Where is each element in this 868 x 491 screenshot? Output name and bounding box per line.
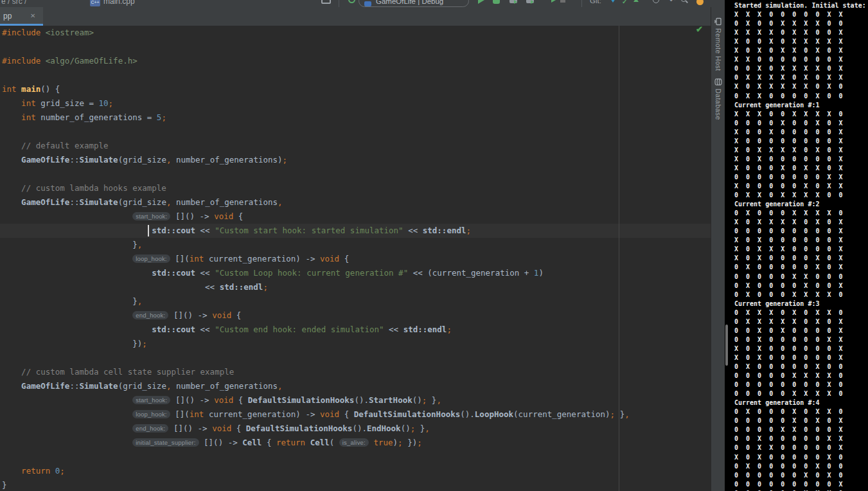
inlay-hint: start_hook: xyxy=(132,212,170,220)
run-coverage-icon[interactable] xyxy=(509,0,517,3)
inlay-hint: loop_hook: xyxy=(132,410,170,418)
code-line[interactable]: loop_hook: [](int current_generation) ->… xyxy=(2,407,630,422)
git-push-icon[interactable] xyxy=(633,0,639,2)
code-line[interactable]: return 0; xyxy=(2,464,65,478)
active-tab-underline xyxy=(0,24,43,26)
terminal-grid-row: X 0 X X X X X 0 X 0 xyxy=(734,82,843,91)
terminal-grid-row: 0 0 X 0 0 0 0 0 X X xyxy=(734,335,843,344)
code-line[interactable]: << std::endl; xyxy=(2,280,268,294)
search-everywhere-icon[interactable] xyxy=(681,0,686,2)
stop-icon[interactable] xyxy=(560,0,565,3)
code-line[interactable]: std::cout << "Custom Loop hook: current … xyxy=(2,266,544,280)
tab-close-icon[interactable]: ✕ xyxy=(30,12,35,19)
terminal-grid-row: 0 0 0 0 0 0 X 0 X 0 xyxy=(734,471,843,480)
terminal-grid-row: X 0 X X X X 0 X 0 X xyxy=(734,146,843,155)
code-line[interactable]: GameOfLife::Simulate(grid_size, number_o… xyxy=(2,379,283,393)
build-icon[interactable] xyxy=(348,0,355,3)
terminal-grid-row: 0 X X 0 X X X X 0 0 xyxy=(734,191,843,200)
terminal-text-line: Current generation #:2 xyxy=(734,200,819,209)
run-icon[interactable] xyxy=(478,0,484,4)
inlay-hint: end_hook: xyxy=(132,424,168,433)
terminal-scrollbar-thumb[interactable] xyxy=(725,325,728,366)
toolwindows-icon[interactable] xyxy=(321,0,331,4)
git-commit-icon[interactable]: ✓ xyxy=(622,0,627,5)
code-line[interactable]: }, xyxy=(2,294,142,308)
terminal-grid-row: 0 0 0 0 0 0 0 0 X X xyxy=(734,173,843,182)
rollback-icon[interactable]: ↶ xyxy=(669,0,675,4)
code-line[interactable]: std::cout << "Custom start hook: started… xyxy=(2,224,471,238)
code-line[interactable]: #include <algo/GameOfLife.h> xyxy=(2,54,137,68)
terminal-grid-row: 0 0 X 0 X 0 0 0 0 X xyxy=(734,326,843,335)
inlay-hint: start_hook: xyxy=(132,396,170,404)
terminal-grid-row: 0 0 0 0 X X 0 0 0 X xyxy=(734,425,843,434)
code-line[interactable]: GameOfLife::Simulate(grid_size, number_o… xyxy=(2,195,283,210)
code-line[interactable]: end_hook: []() -> void { xyxy=(2,308,241,323)
breadcrumb[interactable]: e / src / xyxy=(1,0,26,6)
terminal-grid-row: X 0 X 0 0 0 0 0 0 X xyxy=(734,353,843,362)
sidebar-item-remote-host[interactable]: Remote Host xyxy=(711,17,725,71)
breadcrumb-file[interactable]: main.cpp xyxy=(103,0,135,6)
code-line[interactable]: initial_state_supplier: []() -> Cell { r… xyxy=(2,436,422,450)
profiler-play-badge xyxy=(531,0,534,4)
cpp-file-icon: C++ xyxy=(90,0,100,6)
terminal-grid-row: 0 0 0 0 0 X 0 X 0 X xyxy=(734,416,843,425)
code-line[interactable]: // custom lambda cell state supplier exa… xyxy=(2,365,234,379)
code-line[interactable]: }, xyxy=(2,238,142,252)
terminal-grid-row: 0 0 0 0 0 X X X X 0 xyxy=(734,371,843,380)
terminal-grid-row: 0 0 X X 0 0 0 0 0 X xyxy=(734,443,843,452)
history-icon[interactable] xyxy=(653,0,659,3)
terminal-grid-row: 0 X 0 0 0 X X X X 0 xyxy=(734,290,843,299)
right-tool-stripe: Remote Host Database xyxy=(711,7,725,491)
code-lines: #include <iostream>#include <algo/GameOf… xyxy=(0,26,711,491)
terminal-grid-row: 0 X 0 0 0 X 0 X X 0 xyxy=(734,407,843,416)
code-line[interactable]: start_hook: []() -> void { DefaultSimula… xyxy=(2,393,441,407)
terminal-grid-row: X 0 X X X X 0 X 0 X xyxy=(734,218,843,227)
inspections-ok-icon[interactable]: ✔ xyxy=(696,24,703,34)
debug-icon[interactable] xyxy=(493,0,500,4)
code-line[interactable]: int grid_size = 10; xyxy=(2,96,113,111)
terminal-grid-row: X 0 X X X 0 0 0 0 X xyxy=(734,245,843,254)
terminal-grid-row: X 0 0 0 0 0 X 0 X X xyxy=(734,182,843,191)
code-line[interactable]: start_hook: []() -> void { xyxy=(2,210,243,224)
code-line[interactable]: // default example xyxy=(2,139,109,153)
code-line[interactable]: int number_of_generations = 5; xyxy=(2,111,166,125)
git-label: Git: xyxy=(590,0,601,4)
git-update-icon[interactable] xyxy=(610,0,616,3)
terminal-grid-row: 0 0 0 0 0 X X 0 0 0 xyxy=(734,272,843,281)
code-line[interactable]: #include <iostream> xyxy=(2,26,94,40)
terminal-grid-row: X X X 0 0 X X X X 0 xyxy=(734,110,843,119)
tab-main-cpp[interactable]: pp ✕ xyxy=(0,7,43,26)
terminal-grid-row: 0 0 0 0 0 0 0 0 0 X xyxy=(734,227,843,236)
code-line[interactable]: int main() { xyxy=(2,82,60,96)
sidebar-item-database[interactable]: Database xyxy=(711,78,725,120)
toolbar-separator xyxy=(581,0,582,7)
code-editor[interactable]: #include <iostream>#include <algo/GameOf… xyxy=(0,26,711,491)
code-line[interactable]: std::cout << "Custom end hook: ended sim… xyxy=(2,323,452,337)
terminal-grid-row: X X X X 0 X X 0 0 X xyxy=(734,28,843,37)
terminal-grid-row: 0 X 0 0 0 0 X 0 0 X xyxy=(734,281,843,290)
run-config-combo[interactable]: GameOfLife | Debug xyxy=(359,0,469,7)
attach-to-process-icon[interactable] xyxy=(551,0,557,3)
run-config-app-icon xyxy=(364,1,371,6)
code-line[interactable]: // custom lambda hooks example xyxy=(2,181,166,195)
terminal-grid-row: 0 X 0 0 0 X X X X 0 xyxy=(734,209,843,218)
profiler-icon[interactable] xyxy=(526,0,534,3)
terminal-grid-row: 0 0 0 0 X 0 0 X 0 X xyxy=(734,119,843,128)
stripe-label: Remote Host xyxy=(714,28,722,71)
database-icon xyxy=(714,78,722,86)
terminal-grid-row: X X X 0 0 0 0 0 X X xyxy=(734,10,843,19)
run-config-label: GameOfLife | Debug xyxy=(376,0,443,5)
editor-tab-bar: pp ✕ xyxy=(0,7,711,26)
terminal-grid-row: 0 X X X 0 X 0 X X 0 xyxy=(734,308,843,317)
code-line[interactable]: }); xyxy=(2,337,147,351)
terminal-panel[interactable]: Started simulation. Initial state:X X X … xyxy=(725,0,868,491)
terminal-grid-row: X 0 0 0 0 0 0 0 0 X xyxy=(734,137,843,146)
code-line[interactable]: GameOfLife::Simulate(grid_size, number_o… xyxy=(2,153,287,167)
inlay-hint: end_hook: xyxy=(132,311,168,319)
code-line[interactable]: loop_hook: [](int current_generation) ->… xyxy=(2,252,349,266)
code-line[interactable]: end_hook: []() -> void { DefaultSimulati… xyxy=(2,422,430,436)
avatar[interactable] xyxy=(696,0,704,5)
terminal-text-line: Started simulation. Initial state: xyxy=(734,1,866,10)
terminal-grid-row: X 0 X 0 0 0 0 0 0 X xyxy=(734,155,843,164)
code-line[interactable]: } xyxy=(2,478,7,491)
